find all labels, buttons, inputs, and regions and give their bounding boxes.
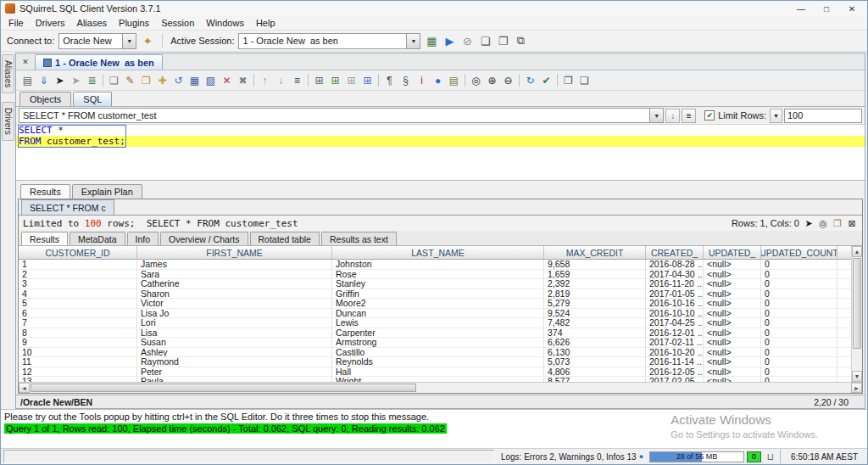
dock-tab-drivers[interactable]: Drivers xyxy=(2,102,14,141)
insert-from-history-icon[interactable]: ↓ xyxy=(665,109,680,123)
cascade-windows-icon[interactable]: ❐ xyxy=(494,32,511,49)
sql-query-combo[interactable]: SELECT * FROM customer_test ▼ xyxy=(19,108,664,123)
sql-editor[interactable]: SELECT * FROM customer_test; xyxy=(16,125,865,181)
tab-sql[interactable]: SQL xyxy=(73,92,112,106)
close-session-window-icon[interactable]: ❏ xyxy=(576,72,593,88)
limit-rows-input[interactable]: 100 xyxy=(784,109,862,123)
table-row[interactable]: 4 Sharon Griffin 2,819 2017-01-05 ... <n… xyxy=(19,289,851,300)
save-sql-icon[interactable]: ▦ xyxy=(186,72,203,88)
zoom-out-icon[interactable]: ⊖ xyxy=(500,72,516,88)
tile-windows-icon[interactable]: ❏ xyxy=(476,32,493,49)
run-sql-icon[interactable]: ➤ xyxy=(52,72,68,88)
horizontal-scrollbar-thumb[interactable] xyxy=(31,384,416,392)
session-toolbar-icon[interactable] xyxy=(557,74,558,87)
session-toolbar-icon[interactable] xyxy=(308,74,309,87)
menu-item[interactable]: Help xyxy=(250,17,281,29)
garbage-collect-icon[interactable]: ⊔ xyxy=(764,451,777,462)
menu-item[interactable]: Drivers xyxy=(30,17,71,29)
column-header-updated[interactable]: UPDATED_ xyxy=(704,246,761,259)
column-header-created[interactable]: CREATED_ xyxy=(646,246,704,259)
dock-tab-aliases[interactable]: Aliases xyxy=(2,54,14,93)
open-sql-file-icon[interactable]: ❐ xyxy=(138,72,154,88)
table-row[interactable]: 10 Ashley Castillo 6,130 2016-10-20 ... … xyxy=(19,348,851,358)
result-view-tab[interactable]: Rotated table xyxy=(250,232,320,245)
active-session-combo[interactable]: 1 - Oracle New as ben ▼ xyxy=(238,33,420,49)
menu-item[interactable]: Session xyxy=(155,17,200,29)
session-tab[interactable]: 1 - Oracle New as ben xyxy=(35,54,163,70)
find-in-results-icon[interactable]: ◎ xyxy=(816,216,830,230)
table-add-icon[interactable]: ⊞ xyxy=(327,72,343,88)
menu-item[interactable]: Aliases xyxy=(71,17,113,29)
cancel-session-icon[interactable]: ⊘ xyxy=(459,32,476,49)
table-row[interactable]: 9 Susan Armstrong 6,626 2017-02-11 ... <… xyxy=(19,338,851,348)
close-button[interactable]: ✕ xyxy=(839,2,865,15)
save-sql-as-icon[interactable]: ▧ xyxy=(203,72,219,88)
detach-sql-icon[interactable]: ✕ xyxy=(219,72,235,88)
find-icon[interactable]: ◎ xyxy=(468,72,484,88)
column-header-first-name[interactable]: FIRST_NAME xyxy=(137,246,332,259)
table-row[interactable]: 13 Paula Wright 8,577 2017-02-05 ... <nu… xyxy=(19,377,851,382)
previous-sql-icon[interactable]: ↑ xyxy=(257,72,273,88)
sql-history-list-icon[interactable]: ≡ xyxy=(682,109,696,123)
table-row[interactable]: 8 Lisa Carpenter 374 2016-12-01 ... <nul… xyxy=(19,328,851,339)
result-view-tab[interactable]: Overview / Charts xyxy=(160,232,248,245)
new-sql-file-icon[interactable]: ❏ xyxy=(106,72,122,88)
table-row[interactable]: 3 Catherine Stanley 2,392 2016-11-20 ...… xyxy=(19,279,851,289)
query-result-tab[interactable]: SELECT * FROM c xyxy=(21,199,114,215)
new-sql-worksheet-icon[interactable]: ▦ xyxy=(423,32,440,49)
run-session-icon[interactable]: ▶ xyxy=(441,32,458,49)
next-sql-icon[interactable]: ↓ xyxy=(273,72,289,88)
vertical-scrollbar[interactable]: ▲ ▼ xyxy=(851,246,862,382)
maximize-button[interactable]: □ xyxy=(814,2,839,15)
table-list-icon[interactable]: ⊞ xyxy=(311,72,327,88)
table-row[interactable]: 7 Lori Lewis 7,482 2017-04-25 ... <null>… xyxy=(19,318,851,328)
column-header-max-credit[interactable]: MAX_CREDIT xyxy=(544,246,646,259)
connect-alias-icon[interactable]: ✦ xyxy=(139,32,156,49)
column-header-updated-count[interactable]: UPDATED_COUNT xyxy=(761,246,837,259)
new-session-window-icon[interactable]: ❐ xyxy=(560,72,576,88)
sql-worksheet-icon[interactable]: ▤ xyxy=(19,72,36,88)
session-toolbar-icon[interactable] xyxy=(103,74,103,87)
logs-status[interactable]: Logs: Errors 2, Warnings 0, Infos 13 ● xyxy=(498,452,647,462)
session-toolbar-icon[interactable] xyxy=(253,74,254,87)
format-sql-icon[interactable]: ¶ xyxy=(381,72,398,88)
column-header-customer-id[interactable]: CUSTOMER_ID xyxy=(19,246,137,259)
reconnect-session-icon[interactable]: ↻ xyxy=(522,72,538,88)
vertical-scrollbar-track[interactable] xyxy=(852,257,862,371)
sql-history-icon[interactable]: ≡ xyxy=(289,72,305,88)
reload-sql-icon[interactable]: ↺ xyxy=(170,72,186,88)
chevron-down-icon[interactable]: ▼ xyxy=(406,34,420,48)
close-results-icon[interactable]: ⊠ xyxy=(845,216,859,230)
menu-item[interactable]: Plugins xyxy=(113,17,155,29)
bookmark-icon[interactable]: ● xyxy=(430,72,446,88)
column-header-last-name[interactable]: LAST_NAME xyxy=(332,246,544,259)
table-edit-icon[interactable]: ⊞ xyxy=(359,72,376,88)
export-results-icon[interactable]: ❐ xyxy=(831,216,844,230)
session-toolbar-icon[interactable] xyxy=(465,74,465,87)
object-tree-icon[interactable]: ≣ xyxy=(84,72,100,88)
logs-icon[interactable]: ● xyxy=(639,452,643,461)
macro-icon[interactable]: ▤ xyxy=(446,72,462,88)
results-tab[interactable]: Results xyxy=(20,184,70,199)
scroll-up-icon[interactable]: ▲ xyxy=(852,246,862,257)
session-toolbar-icon[interactable] xyxy=(519,74,520,87)
result-view-tab[interactable]: Results xyxy=(21,232,68,245)
commit-icon[interactable]: ✔ xyxy=(538,72,554,88)
connect-to-combo[interactable]: Oracle New ▼ xyxy=(58,33,136,49)
table-row[interactable]: 11 Raymond Reynolds 5,073 2016-11-14 ...… xyxy=(19,357,851,367)
table-row[interactable]: 12 Peter Hall 4,806 2016-12-05 ... <null… xyxy=(19,367,851,378)
vertical-scrollbar-thumb[interactable] xyxy=(853,258,861,349)
close-session-tab-icon[interactable]: ✕ xyxy=(19,56,31,68)
limit-rows-dropdown-icon[interactable]: ▼ xyxy=(770,109,782,123)
chevron-down-icon[interactable]: ▼ xyxy=(649,109,663,122)
table-row[interactable]: 6 Lisa Jo Duncan 9,524 2016-10-10 ... <n… xyxy=(19,309,851,319)
minimize-button[interactable]: — xyxy=(788,2,814,15)
horizontal-scrollbar-track[interactable] xyxy=(30,383,851,393)
edit-sql-icon[interactable]: ✎ xyxy=(122,72,138,88)
table-row[interactable]: 2 Sara Rose 1,659 2017-04-30 ... <null> … xyxy=(19,270,851,280)
info-icon[interactable]: i xyxy=(414,72,430,88)
horizontal-scrollbar[interactable]: ◄ ► xyxy=(19,382,862,393)
table-row[interactable]: 1 James Johnston 9,658 2016-08-28 ... <n… xyxy=(19,260,851,270)
memory-usage-bar[interactable]: 28 of 56 MB xyxy=(649,451,744,462)
duplicate-worksheet-icon[interactable]: ⧉ xyxy=(512,32,529,49)
